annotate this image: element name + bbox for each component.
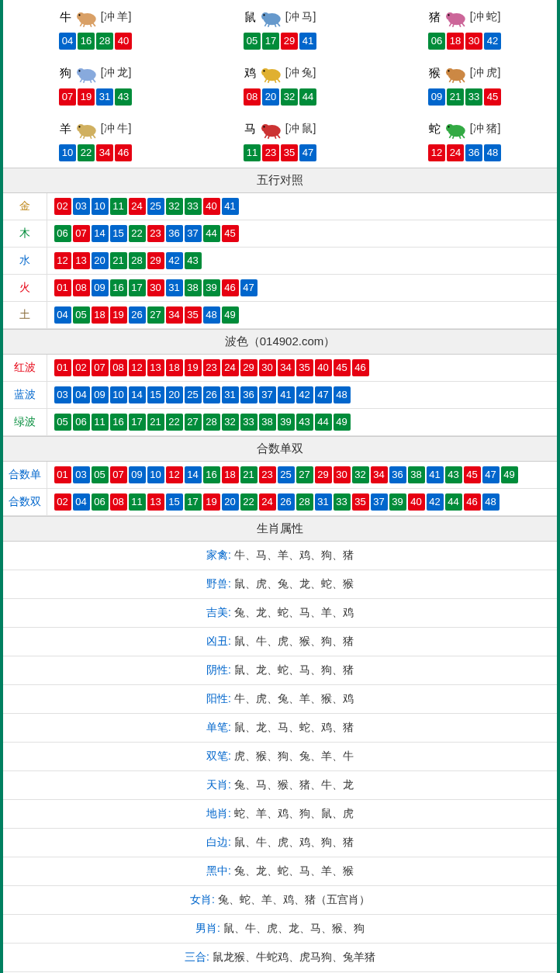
zodiac-icon xyxy=(442,7,468,27)
svg-point-2 xyxy=(78,14,80,16)
number-ball: 38 xyxy=(185,279,202,296)
number-ball: 02 xyxy=(73,359,90,376)
number-ball: 32 xyxy=(281,88,298,106)
number-ball: 45 xyxy=(222,225,239,242)
number-ball: 33 xyxy=(240,414,258,431)
row-balls: 0102070812131819232429303435404546 xyxy=(47,355,557,382)
row-label: 火 xyxy=(3,275,47,302)
svg-point-1 xyxy=(77,12,85,20)
number-ball: 07 xyxy=(59,88,76,106)
number-ball: 03 xyxy=(54,386,71,403)
number-ball: 07 xyxy=(92,359,109,376)
number-ball: 47 xyxy=(482,466,500,483)
number-ball: 07 xyxy=(73,225,90,242)
number-ball: 39 xyxy=(203,279,220,296)
number-ball: 48 xyxy=(484,144,501,161)
number-ball: 07 xyxy=(110,466,127,483)
table-row: 蓝波03040910141520252631363741424748 xyxy=(3,382,557,409)
attr-value: 鼠、虎、兔、龙、蛇、猴 xyxy=(231,577,354,590)
table-row: 木06071415222336374445 xyxy=(3,220,557,248)
zodiac-grid: 牛[冲 羊]04162840鼠[冲 马]05172941猪[冲 蛇]061830… xyxy=(3,0,557,168)
number-ball: 15 xyxy=(110,225,127,242)
row-balls: 02031011242532334041 xyxy=(47,193,557,220)
number-ball: 49 xyxy=(334,414,351,431)
svg-point-5 xyxy=(263,14,264,16)
svg-point-16 xyxy=(446,68,454,76)
number-ball: 21 xyxy=(110,252,127,269)
attr-value: 鼠、牛、虎、猴、狗、猪 xyxy=(231,635,354,647)
number-ball: 20 xyxy=(92,252,109,269)
zodiac-name: 狗 xyxy=(60,66,71,81)
number-ball: 45 xyxy=(334,359,351,376)
number-ball: 19 xyxy=(110,306,127,324)
attr-key: 女肖: xyxy=(190,893,215,905)
zodiac-name: 马 xyxy=(244,122,256,137)
number-ball: 35 xyxy=(185,306,202,324)
zodiac-balls: 11233547 xyxy=(188,144,372,161)
number-ball: 16 xyxy=(110,279,127,296)
section-heshu-header: 合数单双 xyxy=(3,436,557,462)
number-ball: 29 xyxy=(281,33,298,50)
number-ball: 17 xyxy=(262,33,279,50)
number-ball: 44 xyxy=(315,414,332,431)
zodiac-name: 鼠 xyxy=(244,10,256,25)
number-ball: 46 xyxy=(464,493,481,511)
zodiac-balls: 05172941 xyxy=(188,33,372,50)
number-ball: 23 xyxy=(262,144,279,161)
number-ball: 19 xyxy=(185,359,202,376)
svg-point-25 xyxy=(446,124,454,132)
attr-row: 天肖: 兔、马、猴、猪、牛、龙 xyxy=(3,771,557,800)
attr-key: 男肖: xyxy=(195,922,220,934)
number-ball: 08 xyxy=(110,493,127,511)
svg-point-13 xyxy=(261,68,269,76)
attr-row: 单笔: 鼠、龙、马、蛇、鸡、猪 xyxy=(3,714,557,743)
number-ball: 29 xyxy=(147,252,164,269)
svg-point-7 xyxy=(446,12,454,20)
number-ball: 22 xyxy=(129,225,146,242)
number-ball: 06 xyxy=(54,225,71,242)
number-ball: 47 xyxy=(315,386,332,403)
svg-point-23 xyxy=(263,126,264,127)
number-ball: 20 xyxy=(222,493,239,511)
number-ball: 17 xyxy=(185,493,202,511)
zodiac-name: 蛇 xyxy=(429,122,441,137)
number-ball: 28 xyxy=(203,414,220,431)
attr-row: 三合: 鼠龙猴、牛蛇鸡、虎马狗、兔羊猪 xyxy=(3,944,557,972)
zodiac-balls: 10223446 xyxy=(3,144,188,161)
row-balls: 06071415222336374445 xyxy=(47,220,557,248)
number-ball: 41 xyxy=(427,466,444,483)
number-ball: 34 xyxy=(96,144,113,161)
number-ball: 06 xyxy=(428,33,445,50)
number-ball: 09 xyxy=(92,279,109,296)
number-ball: 08 xyxy=(244,88,261,106)
attr-key: 凶丑: xyxy=(206,635,231,647)
number-ball: 33 xyxy=(465,88,482,106)
number-ball: 16 xyxy=(203,466,220,483)
number-ball: 40 xyxy=(408,493,425,511)
number-ball: 08 xyxy=(110,359,127,376)
number-ball: 49 xyxy=(222,306,239,324)
number-ball: 21 xyxy=(240,466,258,483)
attr-value: 牛、马、羊、鸡、狗、猪 xyxy=(231,549,354,561)
table-row: 合数单0103050709101214161821232527293032343… xyxy=(3,462,557,489)
svg-point-4 xyxy=(261,12,269,20)
attr-key: 三合: xyxy=(185,950,209,963)
zodiac-clash-tag: [冲 龙] xyxy=(101,66,132,80)
number-ball: 06 xyxy=(73,414,90,431)
zodiac-cell: 猪[冲 蛇]06183042 xyxy=(372,0,557,56)
number-ball: 31 xyxy=(166,279,183,296)
attr-key: 阳性: xyxy=(206,692,231,705)
number-ball: 25 xyxy=(185,386,202,403)
number-ball: 46 xyxy=(222,279,239,296)
zodiac-cell: 猴[冲 虎]09213345 xyxy=(372,56,557,112)
number-ball: 10 xyxy=(147,466,164,483)
attr-key: 吉美: xyxy=(206,606,231,618)
number-ball: 28 xyxy=(96,33,113,50)
zodiac-clash-tag: [冲 鼠] xyxy=(285,122,316,136)
svg-point-26 xyxy=(448,126,449,127)
zodiac-clash-tag: [冲 兔] xyxy=(285,66,316,80)
zodiac-clash-tag: [冲 猪] xyxy=(470,122,501,136)
number-ball: 03 xyxy=(73,198,90,215)
svg-point-8 xyxy=(448,14,449,16)
zodiac-name: 猪 xyxy=(429,10,441,25)
